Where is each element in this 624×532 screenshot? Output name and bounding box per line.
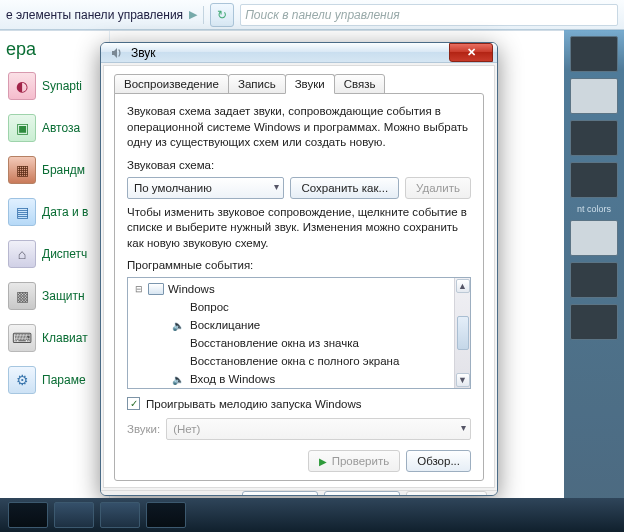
play-startup-checkbox[interactable]: ✓ (127, 397, 140, 410)
event-item[interactable]: 🔈Восклицание (132, 316, 470, 334)
breadcrumb[interactable]: е элементы панели управления (6, 8, 183, 22)
sidebar-item-datetime[interactable]: ▤Дата и в (6, 192, 103, 232)
thumb (570, 36, 618, 72)
sidebar-item-keyboard[interactable]: ⌨Клавиат (6, 318, 103, 358)
background-panel: nt colors (564, 30, 624, 532)
no-sound-icon (170, 300, 186, 314)
sound-icon: 🔈 (170, 372, 186, 386)
sidebar-item-params[interactable]: ⚙Параме (6, 360, 103, 400)
sounds-combo: (Нет) (166, 418, 471, 440)
scroll-up-icon[interactable]: ▲ (456, 279, 470, 293)
tab-panel-sounds: Звуковая схема задает звуки, сопровождаю… (114, 93, 484, 481)
no-sound-icon (170, 336, 186, 350)
sidebar-item-label: Дата и в (42, 205, 88, 219)
scheme-description: Звуковая схема задает звуки, сопровождаю… (127, 104, 471, 151)
sidebar-item-defender[interactable]: ▩Защитн (6, 276, 103, 316)
search-input[interactable]: Поиск в панели управления (240, 4, 618, 26)
sound-icon: 🔈 (170, 318, 186, 332)
thumb (570, 162, 618, 198)
cancel-button[interactable]: Отмена (324, 491, 400, 496)
speaker-icon (109, 45, 125, 61)
taskbar-item[interactable] (146, 502, 186, 528)
event-item[interactable]: Восстановление окна из значка (132, 334, 470, 352)
sound-dialog: Звук ✕ Воспроизведение Запись Звуки Связ… (100, 42, 498, 496)
tab-sounds[interactable]: Звуки (285, 74, 335, 94)
keyboard-icon: ⌨ (8, 324, 36, 352)
search-placeholder: Поиск в панели управления (245, 8, 400, 22)
thumb (570, 120, 618, 156)
sidebar-item-synaptics[interactable]: ◐Synapti (6, 66, 103, 106)
event-label: Восстановление окна с полного экрана (190, 355, 399, 367)
collapse-icon[interactable]: ⊟ (134, 284, 144, 294)
scheme-combo[interactable]: По умолчанию (127, 177, 284, 199)
event-item[interactable]: Восстановление окна с полного экрана (132, 352, 470, 370)
titlebar[interactable]: Звук ✕ (101, 43, 497, 63)
thumb (570, 262, 618, 298)
sidebar-item-label: Брандм (42, 163, 85, 177)
browse-button[interactable]: Обзор... (406, 450, 471, 472)
windows-icon (148, 283, 164, 295)
taskbar-item[interactable] (8, 502, 48, 528)
sidebar-item-label: Диспетч (42, 247, 87, 261)
dialog-title: Звук (131, 46, 443, 60)
event-label: Восстановление окна из значка (190, 337, 359, 349)
test-button: Проверить (308, 450, 401, 472)
tab-playback[interactable]: Воспроизведение (114, 74, 229, 94)
scroll-thumb[interactable] (457, 316, 469, 350)
sidebar-item-autorun[interactable]: ▣Автоза (6, 108, 103, 148)
autorun-icon: ▣ (8, 114, 36, 142)
ok-button[interactable]: OK (242, 491, 318, 496)
sounds-value: (Нет) (173, 423, 200, 435)
device-icon: ⌂ (8, 240, 36, 268)
taskbar-item[interactable] (100, 502, 140, 528)
sidebar-item-firewall[interactable]: ▦Брандм (6, 150, 103, 190)
no-sound-icon (170, 354, 186, 368)
events-description: Чтобы изменить звуковое сопровождение, щ… (127, 205, 471, 252)
scrollbar[interactable]: ▲ ▼ (454, 278, 470, 388)
scheme-value: По умолчанию (134, 182, 212, 194)
delete-button: Удалить (405, 177, 471, 199)
dialog-body: Воспроизведение Запись Звуки Связь Звуко… (103, 65, 495, 488)
separator (203, 6, 204, 24)
sidebar-item-label: Synapti (42, 79, 82, 93)
event-group-label: Windows (168, 283, 215, 295)
sidebar-item-label: Параме (42, 373, 86, 387)
scheme-label: Звуковая схема: (127, 159, 471, 171)
thumb (570, 220, 618, 256)
play-startup-label: Проигрывать мелодию запуска Windows (146, 398, 362, 410)
refresh-button[interactable]: ↻ (210, 3, 234, 27)
event-item[interactable]: 🔈Вход в Windows (132, 370, 470, 388)
synaptics-icon: ◐ (8, 72, 36, 100)
tab-strip: Воспроизведение Запись Звуки Связь (114, 74, 484, 94)
clutter-label: nt colors (564, 204, 624, 214)
calendar-icon: ▤ (8, 198, 36, 226)
save-as-button[interactable]: Сохранить как... (290, 177, 399, 199)
event-label: Восклицание (190, 319, 260, 331)
sidebar-item-devmgr[interactable]: ⌂Диспетч (6, 234, 103, 274)
sidebar-item-label: Защитн (42, 289, 85, 303)
event-group[interactable]: ⊟ Windows (132, 280, 470, 298)
sidebar-item-label: Автоза (42, 121, 80, 135)
control-panel-sidebar: ера ◐Synapti ▣Автоза ▦Брандм ▤Дата и в ⌂… (0, 31, 110, 532)
events-listbox[interactable]: ⊟ Windows Вопрос 🔈Восклицание Восстановл… (127, 277, 471, 389)
events-label: Программные события: (127, 259, 471, 271)
bricks-icon: ▩ (8, 282, 36, 310)
event-label: Вход в Windows (190, 373, 275, 385)
dialog-footer: OK Отмена Применить (101, 490, 497, 496)
event-item[interactable]: Вопрос (132, 298, 470, 316)
sounds-label: Звуки: (127, 423, 160, 435)
taskbar-item[interactable] (54, 502, 94, 528)
control-panel-header: е элементы панели управления ▶ ↻ Поиск в… (0, 0, 624, 30)
close-button[interactable]: ✕ (449, 43, 493, 62)
tab-record[interactable]: Запись (228, 74, 286, 94)
firewall-icon: ▦ (8, 156, 36, 184)
taskbar[interactable] (0, 498, 624, 532)
sidebar-item-label: Клавиат (42, 331, 88, 345)
thumb (570, 304, 618, 340)
thumb (570, 78, 618, 114)
event-label: Вопрос (190, 301, 229, 313)
settings-icon: ⚙ (8, 366, 36, 394)
scroll-down-icon[interactable]: ▼ (456, 373, 470, 387)
tab-link[interactable]: Связь (334, 74, 386, 94)
breadcrumb-chevron-icon: ▶ (189, 8, 197, 21)
